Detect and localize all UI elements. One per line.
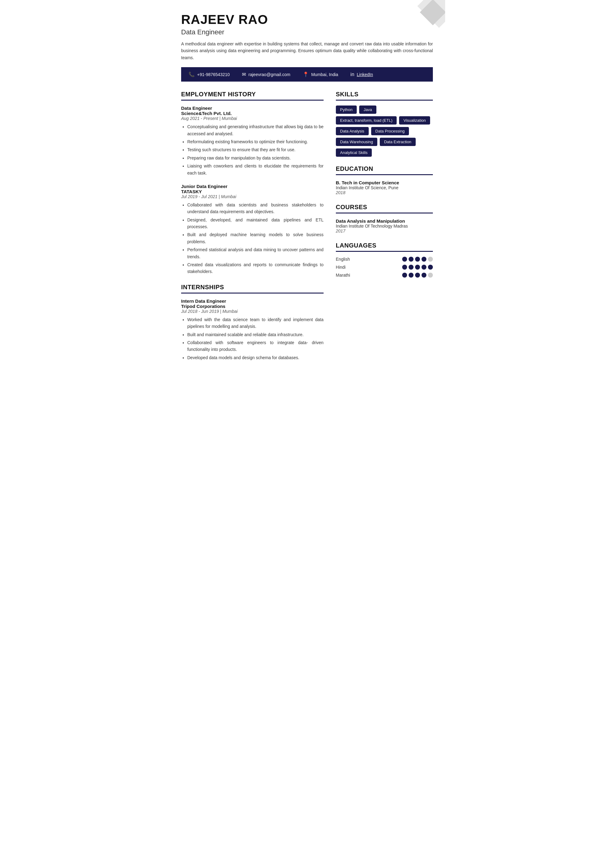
employment-section: EMPLOYMENT HISTORY Data Engineer Science…: [181, 91, 323, 275]
bullet-item: Reformulating existing frameworks to opt…: [187, 138, 323, 145]
bullet-item: Testing such structures to ensure that t…: [187, 146, 323, 153]
courses-divider: [336, 212, 433, 214]
candidate-title: Data Engineer: [181, 28, 433, 36]
skill-data-processing: Data Processing: [371, 127, 409, 135]
job-title-1: Data Engineer: [181, 105, 323, 111]
courses-section: COURSES Data Analysis and Manipulation I…: [336, 204, 433, 233]
languages-section: LANGUAGES English Hindi: [336, 242, 433, 277]
bullet-item: Worked with the data science team to ide…: [187, 316, 323, 330]
edu-entry-1: B. Tech in Computer Science Indian Insti…: [336, 180, 433, 195]
lang-marathi-dots: [402, 273, 433, 277]
lang-marathi-label: Marathi: [336, 273, 361, 277]
dot: [421, 257, 426, 262]
employment-section-title: EMPLOYMENT HISTORY: [181, 91, 323, 98]
edu-degree-1: B. Tech in Computer Science: [336, 180, 433, 185]
bullet-item: Conceptualising and generating infrastru…: [187, 123, 323, 137]
internships-section-title: INTERNSHIPS: [181, 284, 323, 291]
header-section: RAJEEV RAO Data Engineer A methodical da…: [181, 12, 433, 61]
dot: [409, 265, 413, 270]
skill-data-analysis: Data Analysis: [336, 127, 369, 135]
education-divider: [336, 174, 433, 175]
internship-bullets-1: Worked with the data science team to ide…: [181, 316, 323, 361]
location-icon: 📍: [303, 71, 309, 77]
dot: [402, 273, 407, 277]
bullet-item: Collaborated with software engineers to …: [187, 339, 323, 353]
lang-hindi-label: Hindi: [336, 265, 361, 270]
linkedin-link[interactable]: LinkedIn: [357, 72, 373, 77]
bullet-item: Developed data models and design schema …: [187, 354, 323, 361]
edu-school-1: Indian Institute Of Science, Pune: [336, 185, 433, 190]
lang-marathi: Marathi: [336, 273, 433, 277]
education-section: EDUCATION B. Tech in Computer Science In…: [336, 165, 433, 195]
job-entry-2: Junior Data Engineer TATASKY Jul 2019 - …: [181, 184, 323, 275]
bullet-item: Built and deployed machine learning mode…: [187, 231, 323, 245]
skills-section: SKILLS Python Java Extract, transform, l…: [336, 91, 433, 157]
right-column: SKILLS Python Java Extract, transform, l…: [336, 91, 433, 370]
bullet-item: Created data visualizations and reports …: [187, 261, 323, 275]
main-content: EMPLOYMENT HISTORY Data Engineer Science…: [181, 91, 433, 370]
dot: [402, 265, 407, 270]
courses-section-title: COURSES: [336, 204, 433, 211]
employment-divider: [181, 100, 323, 101]
dot: [415, 273, 420, 277]
internship-entry-1: Intern Data Engineer Tripod Corporations…: [181, 298, 323, 361]
internship-dates-1: Jul 2018 - Jun 2019 | Mumbai: [181, 309, 323, 314]
bullet-item: Designed, developed, and maintained data…: [187, 217, 323, 230]
job-company-2: TATASKY: [181, 189, 323, 194]
dot: [415, 265, 420, 270]
bullet-item: Collaborated with data scientists and bu…: [187, 202, 323, 215]
bullet-item: Preparing raw data for manipulation by d…: [187, 155, 323, 161]
internships-divider: [181, 293, 323, 293]
contact-linkedin[interactable]: in LinkedIn: [351, 72, 373, 77]
skill-data-warehousing: Data Warehousing: [336, 138, 377, 146]
contact-bar: 📞 +91-9876543210 ✉ rajeevrao@gmail.com 📍…: [181, 67, 433, 82]
contact-location: 📍 Mumbai, India: [303, 71, 338, 77]
course-school-1: Indian Institute Of Technology Madras: [336, 223, 433, 228]
left-column: EMPLOYMENT HISTORY Data Engineer Science…: [181, 91, 323, 370]
skill-etl: Extract, transform, load (ETL): [336, 116, 397, 124]
lang-english: English: [336, 257, 433, 262]
internship-title-1: Intern Data Engineer: [181, 298, 323, 304]
skill-analytical: Analytical Skills: [336, 149, 372, 157]
course-entry-1: Data Analysis and Manipulation Indian In…: [336, 219, 433, 233]
contact-email: ✉ rajeevrao@gmail.com: [242, 71, 290, 77]
job-dates-1: Aug 2021 - Present | Mumbai: [181, 116, 323, 121]
contact-phone: 📞 +91-9876543210: [188, 71, 230, 77]
job-company-1: Science&Tech Pvt. Ltd.: [181, 111, 323, 116]
job-bullets-1: Conceptualising and generating infrastru…: [181, 123, 323, 177]
email-icon: ✉: [242, 71, 246, 77]
bullet-item: Performed statistical analysis and data …: [187, 246, 323, 260]
job-entry-1: Data Engineer Science&Tech Pvt. Ltd. Aug…: [181, 105, 323, 177]
dot: [428, 265, 433, 270]
candidate-summary: A methodical data engineer with expertis…: [181, 40, 433, 61]
course-name-1: Data Analysis and Manipulation: [336, 219, 433, 223]
job-title-2: Junior Data Engineer: [181, 184, 323, 189]
dot: [409, 273, 413, 277]
internships-section: INTERNSHIPS Intern Data Engineer Tripod …: [181, 284, 323, 361]
skills-divider: [336, 100, 433, 101]
dot: [409, 257, 413, 262]
lang-hindi: Hindi: [336, 265, 433, 270]
skill-python: Python: [336, 105, 357, 114]
languages-section-title: LANGUAGES: [336, 242, 433, 249]
skill-java: Java: [359, 105, 376, 114]
job-dates-2: Jul 2019 - Jul 2021 | Mumbai: [181, 194, 323, 199]
dot: [428, 273, 433, 277]
dot: [428, 257, 433, 262]
internship-company-1: Tripod Corporations: [181, 304, 323, 309]
skill-data-extraction: Data Extraction: [380, 138, 416, 146]
lang-hindi-dots: [402, 265, 433, 270]
dot: [402, 257, 407, 262]
dot: [421, 265, 426, 270]
dot: [415, 257, 420, 262]
skill-visualization: Visualization: [399, 116, 430, 124]
job-bullets-2: Collaborated with data scientists and bu…: [181, 202, 323, 275]
bullet-item: Built and maintained scalable and reliab…: [187, 331, 323, 338]
dot: [421, 273, 426, 277]
edu-year-1: 2018: [336, 190, 433, 195]
bullet-item: Liaising with coworkers and clients to e…: [187, 163, 323, 177]
languages-divider: [336, 251, 433, 252]
skills-section-title: SKILLS: [336, 91, 433, 98]
candidate-name: RAJEEV RAO: [181, 12, 433, 27]
lang-english-dots: [402, 257, 433, 262]
